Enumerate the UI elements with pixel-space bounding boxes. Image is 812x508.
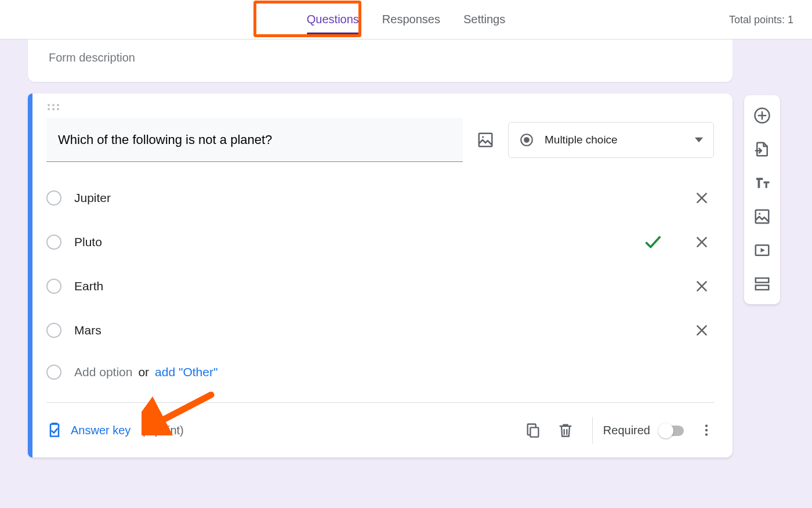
add-video-button[interactable] <box>748 236 777 265</box>
tab-settings[interactable]: Settings <box>463 0 505 39</box>
question-type-label: Multiple choice <box>545 134 684 146</box>
add-option-row: Add option or add "Other" <box>46 358 714 386</box>
answer-key-label: Answer key <box>71 424 130 437</box>
svg-point-3 <box>48 108 50 110</box>
svg-point-7 <box>482 136 484 138</box>
points-label: (1 point) <box>141 424 183 437</box>
add-section-button[interactable] <box>748 269 777 298</box>
import-questions-button[interactable] <box>748 135 777 164</box>
top-bar: Questions Responses Settings Total point… <box>0 0 812 39</box>
option-row: Jupiter <box>46 182 714 214</box>
svg-rect-10 <box>530 427 538 437</box>
radio-icon <box>46 190 61 206</box>
svg-point-0 <box>48 104 50 106</box>
required-toggle[interactable] <box>658 426 686 436</box>
radio-icon <box>46 323 61 338</box>
divider <box>592 417 593 444</box>
required-label: Required <box>603 424 650 437</box>
question-card: Multiple choice Jupiter <box>28 93 733 457</box>
option-text[interactable]: Jupiter <box>74 191 694 205</box>
svg-rect-21 <box>756 286 769 290</box>
add-image-icon[interactable] <box>477 131 494 149</box>
question-type-selector[interactable]: Multiple choice <box>508 122 714 158</box>
option-text[interactable]: Earth <box>74 279 694 293</box>
option-text[interactable]: Pluto <box>74 235 643 249</box>
question-footer: Answer key (1 point) Required <box>46 417 714 444</box>
svg-point-12 <box>705 429 708 431</box>
answer-key-button[interactable]: Answer key <box>46 422 130 438</box>
check-icon <box>643 232 663 252</box>
drag-handle-icon[interactable] <box>46 103 714 113</box>
options-list: Jupiter Pluto <box>46 182 714 386</box>
close-icon[interactable] <box>694 323 709 338</box>
svg-point-1 <box>52 104 55 106</box>
svg-point-2 <box>57 104 59 106</box>
tabs: Questions Responses Settings <box>307 0 505 39</box>
svg-rect-17 <box>756 210 769 224</box>
option-text[interactable]: Mars <box>74 323 694 337</box>
chevron-down-icon <box>695 136 703 144</box>
option-row: Earth <box>46 270 714 302</box>
radio-icon <box>46 279 61 294</box>
or-label: or <box>138 365 149 379</box>
close-icon[interactable] <box>694 279 709 294</box>
svg-point-18 <box>759 212 760 214</box>
radio-icon <box>519 132 534 147</box>
form-header-card: Form description <box>28 39 733 82</box>
add-image-button[interactable] <box>748 202 777 231</box>
svg-point-9 <box>524 137 530 143</box>
divider <box>46 402 714 403</box>
add-option-button[interactable]: Add option <box>74 365 132 379</box>
tab-responses[interactable]: Responses <box>382 0 440 39</box>
question-text-input[interactable] <box>46 118 463 162</box>
svg-point-4 <box>52 108 55 110</box>
add-other-button[interactable]: add "Other" <box>155 365 217 379</box>
form-description[interactable]: Form description <box>49 51 712 64</box>
duplicate-button[interactable] <box>525 422 541 438</box>
svg-point-5 <box>57 108 59 110</box>
delete-button[interactable] <box>557 422 574 438</box>
radio-icon <box>46 365 61 380</box>
add-question-button[interactable] <box>748 101 777 130</box>
svg-rect-20 <box>756 278 769 283</box>
add-title-button[interactable] <box>748 168 777 197</box>
svg-point-13 <box>705 433 708 435</box>
side-toolbar <box>744 95 780 304</box>
total-points: Total points: 1 <box>729 13 793 26</box>
close-icon[interactable] <box>694 235 709 250</box>
tab-questions[interactable]: Questions <box>307 0 359 39</box>
svg-point-11 <box>705 424 708 427</box>
close-icon[interactable] <box>694 190 709 206</box>
answer-key-icon <box>46 422 63 438</box>
svg-rect-6 <box>479 134 492 147</box>
option-row: Mars <box>46 314 714 347</box>
option-row: Pluto <box>46 226 714 258</box>
more-options-icon[interactable] <box>699 423 714 438</box>
radio-icon <box>46 235 61 250</box>
